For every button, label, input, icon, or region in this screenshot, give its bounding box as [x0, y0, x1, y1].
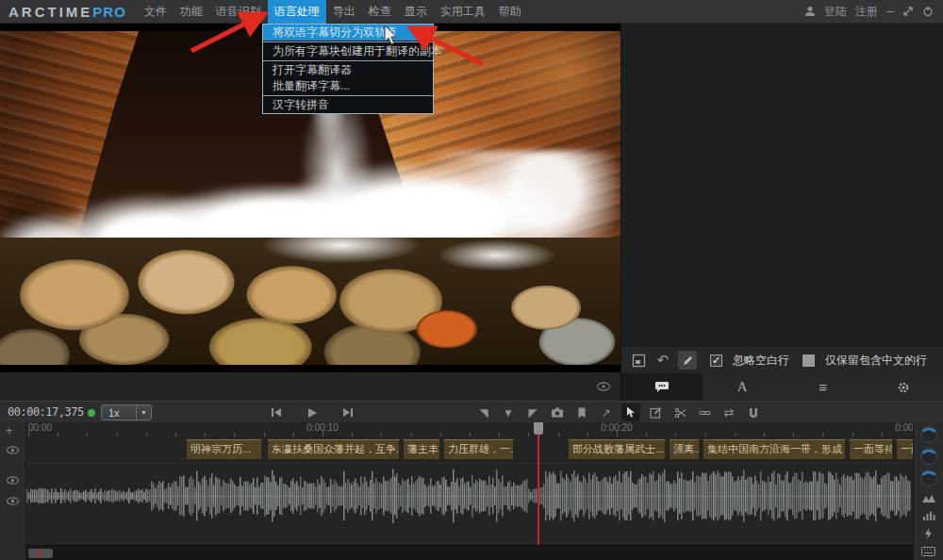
ruler-tick	[381, 433, 382, 436]
tab-text-style[interactable]: A	[703, 373, 784, 401]
ruler-tick	[440, 433, 441, 436]
magnet-icon[interactable]	[744, 404, 763, 421]
menu-item-3[interactable]: 语言处理	[268, 0, 326, 24]
ruler-tick	[117, 433, 118, 436]
arctime-app-window: { "brand": { "name": "ARCTIME", "suffix"…	[0, 0, 943, 560]
ruler-label-2: 0:00:20	[601, 422, 632, 433]
dropdown-item-1[interactable]: 为所有字幕块创建用于翻译的副本	[263, 43, 433, 59]
menu-item-7[interactable]: 实用工具	[434, 0, 492, 24]
ruler-tick	[234, 433, 235, 436]
user-icon	[804, 6, 816, 17]
jump-arrow-icon[interactable]: ↗	[597, 404, 616, 421]
transport-bar: 00:00:17,375 1x ▼ ◥ ▼ ◤	[0, 401, 943, 422]
tab-settings[interactable]	[864, 373, 943, 401]
swap-icon[interactable]: ⇄	[720, 404, 738, 421]
play-icon[interactable]	[303, 404, 322, 421]
menu-item-1[interactable]: 功能	[174, 0, 209, 24]
ruler-label-3: 0:00:30	[895, 422, 913, 433]
chinese-only-checkbox[interactable]	[802, 354, 815, 367]
subtitle-block-0[interactable]: 明神宗万历...	[186, 439, 262, 460]
menu-item-0[interactable]: 文件	[138, 0, 174, 24]
dropdown-item-0[interactable]: 将双语字幕切分为双轨道	[263, 25, 433, 41]
scrollbar-handle[interactable]	[28, 549, 53, 558]
timeline-ruler[interactable]: 00:000:00:100:00:200:00:30	[26, 422, 913, 436]
zoom-knob-3[interactable]	[919, 469, 938, 487]
timeline-scrollbar[interactable]	[26, 545, 913, 560]
spectrum-mode-icon[interactable]	[919, 508, 938, 523]
ruler-tick	[882, 433, 883, 436]
preview-status-strip	[0, 372, 620, 401]
subtitle-track[interactable]: 明神宗万历...东瀛扶桑国众藩并起，互争..藩主丰.力压群雄，一.部分战败藩属武…	[0, 438, 913, 461]
subtitle-block-2[interactable]: 藩主丰.	[403, 439, 440, 460]
subtitle-block-4[interactable]: 部分战败藩属武士...	[568, 439, 666, 460]
preview-eye-icon[interactable]	[596, 381, 611, 392]
tab-subtitles[interactable]	[621, 373, 703, 401]
select-cursor-icon[interactable]	[621, 404, 640, 421]
ruler-tick	[352, 433, 353, 436]
dropdown-item-3[interactable]: 批量翻译字幕...	[263, 78, 433, 94]
subtitle-block-6[interactable]: 集结中国南方沿海一带，形成	[703, 439, 846, 460]
edit-pencil-icon[interactable]	[678, 351, 697, 370]
login-link[interactable]: 登陆	[824, 4, 847, 20]
track2-eye-icon[interactable]	[6, 475, 21, 486]
undo-icon[interactable]: ↶	[653, 351, 672, 370]
insert-block-icon[interactable]	[629, 351, 648, 370]
zoom-knob-2[interactable]	[919, 447, 938, 466]
playhead[interactable]	[538, 422, 539, 545]
playhead-handle[interactable]	[534, 422, 543, 435]
ruler-tick	[646, 433, 647, 436]
ruler-tick	[822, 433, 823, 436]
ruler-tick	[675, 433, 676, 436]
link-icon[interactable]	[695, 404, 714, 421]
register-link[interactable]: 注册	[855, 4, 878, 20]
menu-item-5[interactable]: 检查	[362, 0, 398, 24]
block-drop-icon[interactable]: ▼	[499, 404, 518, 421]
dropdown-item-2[interactable]: 打开字幕翻译器	[263, 62, 433, 78]
power-icon[interactable]	[922, 6, 934, 17]
menu-item-6[interactable]: 显示	[398, 0, 434, 24]
block-start-icon[interactable]: ◥	[474, 404, 493, 421]
app-logo: ARCTIME PRO	[0, 4, 126, 20]
snapshot-camera-icon[interactable]	[548, 404, 567, 421]
dropdown-separator	[263, 95, 433, 96]
minimize-button[interactable]: −	[886, 4, 894, 19]
keyboard-shortcuts-icon[interactable]	[919, 544, 938, 559]
brand-suffix: PRO	[92, 4, 126, 20]
ruler-tick	[764, 433, 765, 436]
audio-waveform[interactable]	[26, 464, 913, 528]
scissors-icon[interactable]	[670, 404, 689, 421]
dropdown-item-4[interactable]: 汉字转拼音	[263, 97, 433, 113]
playback-speed-select[interactable]: 1x ▼	[101, 404, 152, 420]
quick-action-lightning-icon[interactable]	[919, 526, 938, 541]
brand-name: ARCTIME	[8, 4, 92, 20]
subtitle-block-5[interactable]: 漂离..	[669, 439, 700, 460]
skip-forward-icon[interactable]	[339, 404, 357, 421]
dropdown-separator	[263, 60, 433, 61]
menu-item-8[interactable]: 帮助	[492, 0, 528, 24]
subtitle-block-3[interactable]: 力压群雄，一.	[443, 439, 514, 460]
dropdown-separator	[263, 41, 433, 42]
subtitle-block-7[interactable]: 一面等待	[849, 439, 893, 460]
timeline-tools: ◥ ▼ ◤ ↗ ⇄	[474, 402, 763, 423]
language-menu-dropdown: 将双语字幕切分为双轨道为所有字幕块创建用于翻译的副本打开字幕翻译器批量翻译字幕.…	[262, 24, 434, 114]
edit-block-icon[interactable]	[646, 404, 665, 421]
ruler-tick	[499, 433, 500, 436]
menu-item-2[interactable]: 语音识别	[209, 0, 268, 24]
zoom-knob-1[interactable]	[919, 425, 938, 444]
subtitle-block-1[interactable]: 东瀛扶桑国众藩并起，互争..	[267, 439, 400, 460]
track3-eye-icon[interactable]	[6, 496, 21, 507]
waveform-mode-icon[interactable]	[919, 490, 938, 505]
block-end-icon[interactable]: ◤	[523, 404, 542, 421]
ignore-blank-checkbox[interactable]: ✓	[710, 354, 722, 367]
resize-icon[interactable]	[902, 6, 914, 17]
subtitle-block-8[interactable]: 一面等待	[896, 439, 913, 460]
ruler-tick	[264, 433, 265, 436]
chevron-down-icon: ▼	[136, 405, 151, 420]
skip-back-icon[interactable]	[267, 404, 286, 421]
add-track-icon[interactable]: +	[6, 423, 13, 437]
tab-list[interactable]: ≡	[783, 373, 864, 401]
menu-item-4[interactable]: 导出	[326, 0, 362, 24]
menubar-items: 文件功能语音识别语言处理导出检查显示实用工具帮助	[138, 0, 528, 24]
bookmark-icon[interactable]	[572, 404, 591, 421]
ruler-tick	[293, 433, 294, 436]
